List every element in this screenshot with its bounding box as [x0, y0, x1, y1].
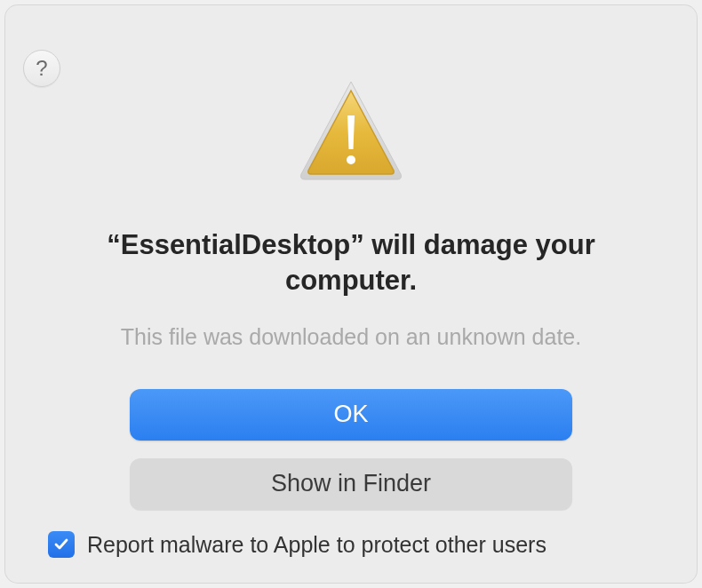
report-malware-checkbox[interactable] [48, 531, 75, 558]
ok-button[interactable]: OK [130, 389, 572, 441]
svg-point-0 [347, 155, 355, 164]
warning-icon [294, 76, 408, 190]
dialog-title: “EssentialDesktop” will damage your comp… [43, 227, 659, 299]
button-container: OK Show in Finder [43, 389, 659, 510]
icon-container [43, 76, 659, 190]
checkmark-icon [52, 536, 70, 553]
dialog-subtitle: This file was downloaded on an unknown d… [43, 324, 659, 350]
report-malware-label: Report malware to Apple to protect other… [87, 532, 546, 558]
malware-warning-dialog: ? “EssentialDesktop” will damage your co [5, 5, 697, 583]
show-in-finder-button[interactable]: Show in Finder [130, 458, 572, 510]
report-malware-row: Report malware to Apple to protect other… [43, 531, 659, 558]
